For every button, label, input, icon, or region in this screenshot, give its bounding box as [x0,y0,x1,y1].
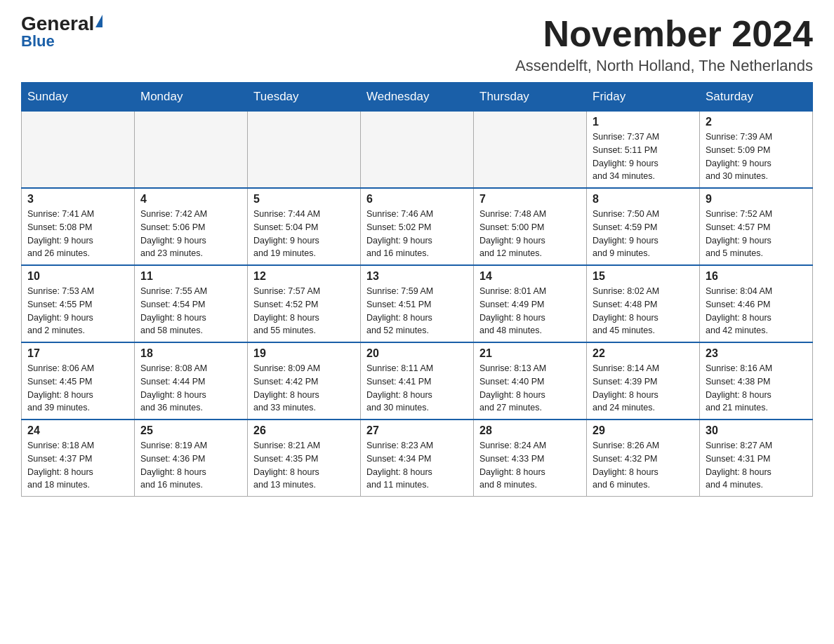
calendar-cell [474,112,587,189]
calendar-cell: 21Sunrise: 8:13 AMSunset: 4:40 PMDayligh… [474,342,587,420]
day-info: Sunrise: 7:59 AMSunset: 4:51 PMDaylight:… [366,285,468,337]
day-info: Sunrise: 8:23 AMSunset: 4:34 PMDaylight:… [366,439,468,492]
day-info: Sunrise: 7:55 AMSunset: 4:54 PMDaylight:… [140,285,241,337]
day-info: Sunrise: 8:18 AMSunset: 4:37 PMDaylight:… [27,439,128,492]
day-info: Sunrise: 8:02 AMSunset: 4:48 PMDaylight:… [593,285,694,337]
day-number: 11 [140,270,241,283]
logo-triangle-icon [95,15,102,27]
day-number: 16 [706,270,807,283]
day-number: 10 [27,270,128,283]
day-number: 23 [706,347,807,360]
calendar-cell: 30Sunrise: 8:27 AMSunset: 4:31 PMDayligh… [700,420,813,497]
calendar-cell: 23Sunrise: 8:16 AMSunset: 4:38 PMDayligh… [700,342,813,420]
calendar-cell [248,112,361,189]
day-number: 1 [593,116,694,128]
day-info: Sunrise: 7:57 AMSunset: 4:52 PMDaylight:… [253,285,355,337]
day-number: 30 [706,424,807,437]
day-number: 13 [366,270,468,283]
header-saturday: Saturday [700,83,813,112]
logo-general: General [21,14,94,34]
header-friday: Friday [587,83,700,112]
day-number: 14 [479,270,581,283]
header-tuesday: Tuesday [248,83,361,112]
day-number: 2 [706,116,807,128]
day-number: 12 [253,270,355,283]
calendar-cell: 7Sunrise: 7:48 AMSunset: 5:00 PMDaylight… [474,188,587,265]
calendar-cell: 5Sunrise: 7:44 AMSunset: 5:04 PMDaylight… [248,188,361,265]
day-number: 8 [593,193,694,206]
day-number: 5 [253,193,355,206]
calendar-cell: 6Sunrise: 7:46 AMSunset: 5:02 PMDaylight… [361,188,474,265]
calendar-cell: 9Sunrise: 7:52 AMSunset: 4:57 PMDaylight… [700,188,813,265]
header-sunday: Sunday [22,83,135,112]
calendar-cell: 26Sunrise: 8:21 AMSunset: 4:35 PMDayligh… [248,420,361,497]
calendar-cell: 29Sunrise: 8:26 AMSunset: 4:32 PMDayligh… [587,420,700,497]
day-info: Sunrise: 8:11 AMSunset: 4:41 PMDaylight:… [366,362,468,415]
calendar-cell: 1Sunrise: 7:37 AMSunset: 5:11 PMDaylight… [587,112,700,189]
day-info: Sunrise: 7:46 AMSunset: 5:02 PMDaylight:… [366,208,468,260]
header-thursday: Thursday [474,83,587,112]
day-info: Sunrise: 7:39 AMSunset: 5:09 PMDaylight:… [706,130,807,183]
calendar-cell: 24Sunrise: 8:18 AMSunset: 4:37 PMDayligh… [22,420,135,497]
calendar-cell: 10Sunrise: 7:53 AMSunset: 4:55 PMDayligh… [22,265,135,342]
calendar-cell: 17Sunrise: 8:06 AMSunset: 4:45 PMDayligh… [22,342,135,420]
day-number: 19 [253,347,355,360]
day-number: 26 [253,424,355,437]
calendar-cell [135,112,248,189]
day-info: Sunrise: 8:06 AMSunset: 4:45 PMDaylight:… [27,362,128,415]
calendar-week-row: 3Sunrise: 7:41 AMSunset: 5:08 PMDaylight… [22,188,813,265]
day-number: 25 [140,424,241,437]
day-number: 3 [27,193,128,206]
calendar-cell: 12Sunrise: 7:57 AMSunset: 4:52 PMDayligh… [248,265,361,342]
day-number: 22 [593,347,694,360]
calendar-cell: 13Sunrise: 7:59 AMSunset: 4:51 PMDayligh… [361,265,474,342]
month-year-title: November 2024 [515,14,813,54]
page-header: General Blue November 2024 Assendelft, N… [21,14,813,75]
calendar-cell: 19Sunrise: 8:09 AMSunset: 4:42 PMDayligh… [248,342,361,420]
day-number: 17 [27,347,128,360]
calendar-cell: 22Sunrise: 8:14 AMSunset: 4:39 PMDayligh… [587,342,700,420]
calendar-cell: 4Sunrise: 7:42 AMSunset: 5:06 PMDaylight… [135,188,248,265]
day-number: 4 [140,193,241,206]
day-info: Sunrise: 8:01 AMSunset: 4:49 PMDaylight:… [479,285,581,337]
day-info: Sunrise: 7:48 AMSunset: 5:00 PMDaylight:… [479,208,581,260]
calendar-cell: 18Sunrise: 8:08 AMSunset: 4:44 PMDayligh… [135,342,248,420]
day-number: 24 [27,424,128,437]
header-wednesday: Wednesday [361,83,474,112]
day-info: Sunrise: 8:13 AMSunset: 4:40 PMDaylight:… [479,362,581,415]
day-info: Sunrise: 8:27 AMSunset: 4:31 PMDaylight:… [706,439,807,492]
day-number: 27 [366,424,468,437]
day-info: Sunrise: 7:37 AMSunset: 5:11 PMDaylight:… [593,130,694,183]
logo: General Blue [21,14,102,49]
header-monday: Monday [135,83,248,112]
calendar-cell: 16Sunrise: 8:04 AMSunset: 4:46 PMDayligh… [700,265,813,342]
calendar-cell: 25Sunrise: 8:19 AMSunset: 4:36 PMDayligh… [135,420,248,497]
day-info: Sunrise: 8:08 AMSunset: 4:44 PMDaylight:… [140,362,241,415]
day-number: 9 [706,193,807,206]
day-info: Sunrise: 7:53 AMSunset: 4:55 PMDaylight:… [27,285,128,337]
day-number: 29 [593,424,694,437]
calendar-cell: 14Sunrise: 8:01 AMSunset: 4:49 PMDayligh… [474,265,587,342]
logo-blue: Blue [21,34,55,49]
location-title: Assendelft, North Holland, The Netherlan… [515,57,813,75]
day-info: Sunrise: 8:14 AMSunset: 4:39 PMDaylight:… [593,362,694,415]
calendar-cell: 8Sunrise: 7:50 AMSunset: 4:59 PMDaylight… [587,188,700,265]
calendar-week-row: 24Sunrise: 8:18 AMSunset: 4:37 PMDayligh… [22,420,813,497]
day-number: 7 [479,193,581,206]
title-block: November 2024 Assendelft, North Holland,… [515,14,813,75]
day-info: Sunrise: 7:42 AMSunset: 5:06 PMDaylight:… [140,208,241,260]
day-info: Sunrise: 8:21 AMSunset: 4:35 PMDaylight:… [253,439,355,492]
day-number: 6 [366,193,468,206]
day-info: Sunrise: 8:26 AMSunset: 4:32 PMDaylight:… [593,439,694,492]
calendar-cell: 20Sunrise: 8:11 AMSunset: 4:41 PMDayligh… [361,342,474,420]
day-number: 20 [366,347,468,360]
day-info: Sunrise: 7:50 AMSunset: 4:59 PMDaylight:… [593,208,694,260]
calendar-cell: 28Sunrise: 8:24 AMSunset: 4:33 PMDayligh… [474,420,587,497]
calendar-week-row: 10Sunrise: 7:53 AMSunset: 4:55 PMDayligh… [22,265,813,342]
calendar-week-row: 17Sunrise: 8:06 AMSunset: 4:45 PMDayligh… [22,342,813,420]
day-info: Sunrise: 7:44 AMSunset: 5:04 PMDaylight:… [253,208,355,260]
calendar-cell [361,112,474,189]
day-info: Sunrise: 7:52 AMSunset: 4:57 PMDaylight:… [706,208,807,260]
day-number: 28 [479,424,581,437]
calendar-cell: 2Sunrise: 7:39 AMSunset: 5:09 PMDaylight… [700,112,813,189]
